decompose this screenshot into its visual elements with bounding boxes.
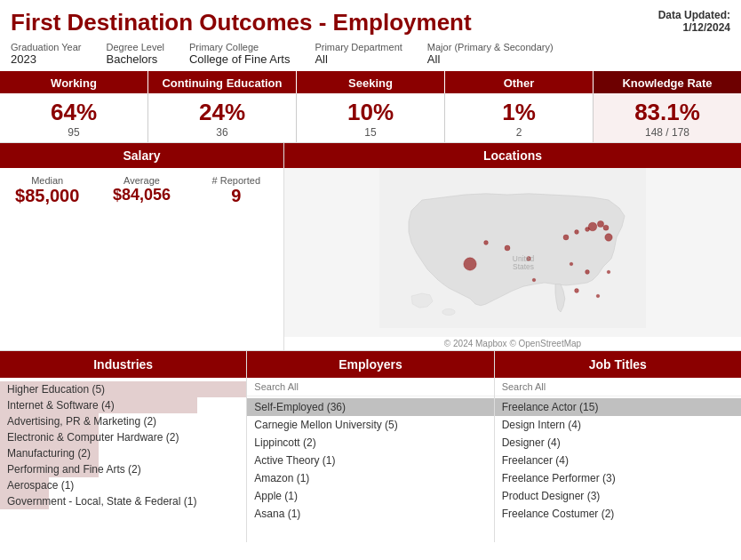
job-titles-list: Freelance Actor (15)Design Intern (4)Des… — [495, 396, 741, 524]
stat-header-continuing[interactable]: Continuing Education — [148, 71, 297, 93]
stats-header-row: Working Continuing Education Seeking Oth… — [0, 71, 741, 93]
map-container: United States — [284, 168, 741, 337]
stat-cell-other: 1% 2 — [445, 93, 594, 142]
job-title-item[interactable]: Designer (4) — [495, 434, 741, 452]
locations-section: Locations — [284, 143, 741, 350]
industry-item[interactable]: Performing and Fine Arts (2) — [0, 461, 246, 477]
stat-header-other[interactable]: Other — [445, 71, 594, 93]
industry-item[interactable]: Manufacturing (2) — [0, 445, 246, 461]
working-percent: 64% — [4, 99, 144, 126]
salary-title: Salary — [0, 143, 283, 168]
job-titles-column: Job Titles Search All Freelance Actor (1… — [495, 351, 741, 542]
employers-title: Employers — [247, 351, 493, 378]
industry-item[interactable]: Aerospace (1) — [0, 477, 246, 493]
working-count: 95 — [4, 126, 144, 139]
salary-section: Salary Median $85,000 Average $84,056 # … — [0, 143, 284, 350]
employers-search-label: Search All — [247, 378, 493, 396]
data-updated: Data Updated: 1/12/2024 — [658, 9, 730, 34]
page-header: First Destination Outcomes - Employment … — [0, 0, 741, 40]
knowledge-percent: 83.1% — [597, 99, 737, 126]
other-percent: 1% — [449, 99, 589, 126]
industries-list: Higher Education (5)Internet & Software … — [0, 378, 246, 513]
filter-degree-level: Degree Level Bachelors — [107, 42, 164, 66]
employers-column: Employers Search All Self-Employed (36)C… — [247, 351, 494, 542]
stat-cell-continuing: 24% 36 — [148, 93, 297, 142]
svg-point-1 — [442, 308, 455, 315]
svg-point-13 — [570, 262, 573, 266]
industry-item[interactable]: Advertising, PR & Marketing (2) — [0, 413, 246, 429]
svg-point-8 — [605, 234, 612, 241]
seeking-percent: 10% — [300, 99, 441, 126]
svg-point-2 — [588, 222, 597, 231]
filter-primary-college: Primary College College of Fine Arts — [189, 42, 290, 66]
svg-point-15 — [607, 270, 610, 274]
industries-title: Industries — [0, 351, 246, 378]
employer-item[interactable]: Lippincott (2) — [247, 434, 493, 452]
job-titles-search-label: Search All — [495, 378, 741, 396]
employer-item[interactable]: Active Theory (1) — [247, 452, 493, 469]
svg-point-17 — [575, 289, 579, 293]
job-title-item[interactable]: Freelance Performer (3) — [495, 469, 741, 487]
svg-point-14 — [586, 270, 590, 275]
svg-point-7 — [563, 235, 569, 240]
job-title-item[interactable]: Product Designer (3) — [495, 487, 741, 505]
svg-point-4 — [603, 225, 609, 230]
stat-header-knowledge[interactable]: Knowledge Rate — [594, 71, 741, 93]
locations-title: Locations — [284, 143, 741, 168]
stat-cell-knowledge: 83.1% 148 / 178 — [594, 93, 741, 142]
stat-cell-seeking: 10% 15 — [297, 93, 445, 142]
job-title-item[interactable]: Freelance Actor (15) — [495, 398, 741, 416]
stat-header-working[interactable]: Working — [0, 71, 148, 93]
job-title-item[interactable]: Design Intern (4) — [495, 416, 741, 434]
stats-values-row: 64% 95 24% 36 10% 15 1% 2 83.1% 148 / 17… — [0, 93, 741, 143]
svg-point-11 — [464, 258, 476, 270]
employer-item[interactable]: Asana (1) — [247, 505, 493, 523]
job-title-item[interactable]: Freelancer (4) — [495, 452, 741, 469]
employer-item[interactable]: Apple (1) — [247, 487, 493, 505]
map-caption: © 2024 Mapbox © OpenStreetMap — [284, 337, 741, 350]
employer-item[interactable]: Self-Employed (36) — [247, 398, 493, 416]
knowledge-count: 148 / 178 — [597, 126, 737, 139]
page-title: First Destination Outcomes - Employment — [11, 9, 472, 36]
salary-average: Average $84,056 — [94, 175, 188, 206]
employers-list: Self-Employed (36)Carnegie Mellon Univer… — [247, 396, 493, 524]
employer-item[interactable]: Amazon (1) — [247, 469, 493, 487]
svg-point-6 — [575, 230, 579, 235]
svg-text:States: States — [513, 262, 534, 271]
salary-reported: # Reported 9 — [189, 175, 283, 206]
job-title-item[interactable]: Freelance Costumer (2) — [495, 505, 741, 523]
stat-cell-working: 64% 95 — [0, 93, 148, 142]
bottom-section: Industries Higher Education (5)Internet … — [0, 351, 741, 542]
other-count: 2 — [449, 126, 589, 139]
usa-map-svg: United States — [284, 168, 741, 328]
filter-primary-department: Primary Department All — [315, 42, 402, 66]
filter-graduation-year: Graduation Year 2023 — [11, 42, 82, 66]
seeking-count: 15 — [300, 126, 441, 139]
svg-point-18 — [596, 294, 600, 298]
industry-item[interactable]: Higher Education (5) — [0, 381, 246, 397]
industries-column: Industries Higher Education (5)Internet … — [0, 351, 247, 542]
svg-point-3 — [597, 220, 603, 227]
industry-item[interactable]: Electronic & Computer Hardware (2) — [0, 429, 246, 445]
svg-point-16 — [532, 278, 536, 282]
filter-major: Major (Primary & Secondary) All — [427, 42, 554, 66]
svg-point-5 — [586, 228, 590, 232]
svg-point-10 — [505, 245, 510, 251]
industry-item[interactable]: Government - Local, State & Federal (1) — [0, 493, 246, 509]
job-titles-title: Job Titles — [495, 351, 741, 378]
salary-median: Median $85,000 — [0, 175, 94, 206]
continuing-percent: 24% — [152, 99, 292, 126]
employer-item[interactable]: Carnegie Mellon University (5) — [247, 416, 493, 434]
svg-point-9 — [484, 241, 489, 245]
stat-header-seeking[interactable]: Seeking — [297, 71, 445, 93]
continuing-count: 36 — [152, 126, 292, 139]
industry-item[interactable]: Internet & Software (4) — [0, 397, 246, 413]
salary-content: Median $85,000 Average $84,056 # Reporte… — [0, 168, 283, 213]
middle-section: Salary Median $85,000 Average $84,056 # … — [0, 143, 741, 351]
filters-row: Graduation Year 2023 Degree Level Bachel… — [0, 40, 741, 71]
